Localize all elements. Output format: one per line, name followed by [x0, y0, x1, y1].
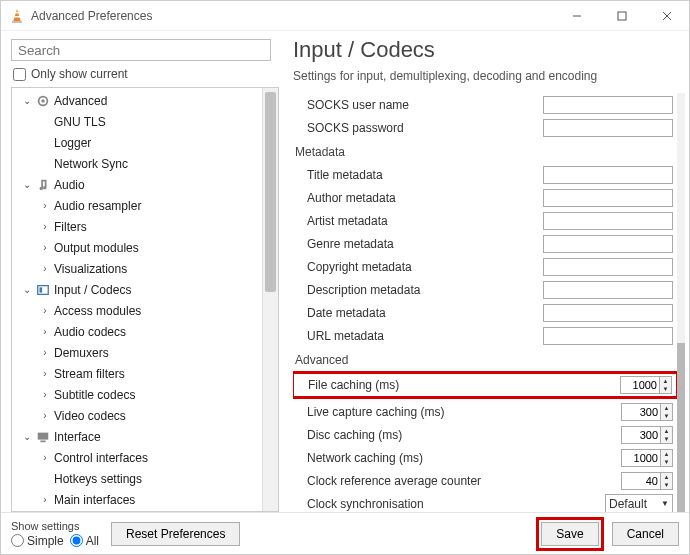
- radio-all[interactable]: All: [70, 534, 99, 548]
- spin-down-icon[interactable]: ▼: [660, 385, 671, 393]
- tree-node-stream-filters[interactable]: ›Stream filters: [12, 363, 262, 384]
- tree-node-audio-resampler[interactable]: ›Audio resampler: [12, 195, 262, 216]
- socks-user-input[interactable]: [543, 96, 673, 114]
- svg-rect-13: [40, 440, 45, 442]
- tree-node-subtitle-codecs[interactable]: ›Subtitle codecs: [12, 384, 262, 405]
- network-caching-spinner[interactable]: ▲▼: [621, 449, 673, 467]
- tree-node-network-sync[interactable]: Network Sync: [12, 153, 262, 174]
- codec-icon: [34, 283, 52, 297]
- tree-node-input-codecs[interactable]: ⌄Input / Codecs: [12, 279, 262, 300]
- label-description-meta: Description metadata: [293, 283, 493, 297]
- gear-icon: [34, 94, 52, 108]
- label-network-caching: Network caching (ms): [293, 451, 493, 465]
- chevron-right-icon[interactable]: ›: [38, 305, 52, 316]
- label-clock-sync: Clock synchronisation: [293, 497, 493, 511]
- copyright-meta-input[interactable]: [543, 258, 673, 276]
- chevron-down-icon[interactable]: ⌄: [20, 431, 34, 442]
- label-socks-pass: SOCKS password: [293, 121, 493, 135]
- minimize-button[interactable]: [554, 1, 599, 31]
- search-input[interactable]: [11, 39, 271, 61]
- tree-node-output-modules[interactable]: ›Output modules: [12, 237, 262, 258]
- tree-scroll-thumb[interactable]: [265, 92, 276, 292]
- file-caching-spinner[interactable]: ▲▼: [620, 376, 672, 394]
- svg-rect-2: [15, 12, 20, 14]
- socks-pass-input[interactable]: [543, 119, 673, 137]
- artist-meta-input[interactable]: [543, 212, 673, 230]
- svg-rect-5: [618, 12, 626, 20]
- chevron-right-icon[interactable]: ›: [38, 452, 52, 463]
- genre-meta-input[interactable]: [543, 235, 673, 253]
- settings-scrollbar[interactable]: [677, 93, 685, 512]
- chevron-right-icon[interactable]: ›: [38, 494, 52, 505]
- tree-node-access-modules[interactable]: ›Access modules: [12, 300, 262, 321]
- date-meta-input[interactable]: [543, 304, 673, 322]
- label-file-caching: File caching (ms): [294, 378, 494, 392]
- label-author-meta: Author metadata: [293, 191, 493, 205]
- tree-node-gnu-tls[interactable]: GNU TLS: [12, 111, 262, 132]
- tree-node-demuxers[interactable]: ›Demuxers: [12, 342, 262, 363]
- footer: Show settings Simple All Reset Preferenc…: [1, 512, 689, 554]
- chevron-right-icon[interactable]: ›: [38, 368, 52, 379]
- chevron-right-icon[interactable]: ›: [38, 200, 52, 211]
- chevron-down-icon[interactable]: ⌄: [20, 284, 34, 295]
- tree-node-logger[interactable]: Logger: [12, 132, 262, 153]
- vlc-cone-icon: [9, 8, 25, 24]
- tree-scrollbar[interactable]: [262, 88, 278, 511]
- file-caching-highlight: File caching (ms)▲▼: [293, 371, 677, 399]
- svg-rect-11: [40, 287, 43, 292]
- save-button[interactable]: Save: [541, 522, 598, 546]
- chevron-right-icon[interactable]: ›: [38, 242, 52, 253]
- tree-node-main-interfaces[interactable]: ›Main interfaces: [12, 489, 262, 510]
- tree-node-visualizations[interactable]: ›Visualizations: [12, 258, 262, 279]
- chevron-right-icon[interactable]: ›: [38, 326, 52, 337]
- tree-node-control-interfaces[interactable]: ›Control interfaces: [12, 447, 262, 468]
- tree-node-audio-codecs[interactable]: ›Audio codecs: [12, 321, 262, 342]
- tree-node-audio[interactable]: ⌄Audio: [12, 174, 262, 195]
- chevron-right-icon[interactable]: ›: [38, 389, 52, 400]
- description-meta-input[interactable]: [543, 281, 673, 299]
- label-genre-meta: Genre metadata: [293, 237, 493, 251]
- radio-simple[interactable]: Simple: [11, 534, 64, 548]
- svg-point-9: [41, 99, 45, 103]
- live-caching-spinner[interactable]: ▲▼: [621, 403, 673, 421]
- right-panel: Input / Codecs Settings for input, demul…: [279, 31, 689, 512]
- clock-ref-spinner[interactable]: ▲▼: [621, 472, 673, 490]
- clock-sync-select[interactable]: Default▼: [605, 494, 673, 512]
- author-meta-input[interactable]: [543, 189, 673, 207]
- chevron-down-icon: ▼: [661, 499, 669, 508]
- only-show-current-checkbox[interactable]: Only show current: [13, 67, 279, 81]
- reset-preferences-button[interactable]: Reset Preferences: [111, 522, 240, 546]
- chevron-right-icon[interactable]: ›: [38, 263, 52, 274]
- tree-node-interface[interactable]: ⌄Interface: [12, 426, 262, 447]
- chevron-right-icon[interactable]: ›: [38, 410, 52, 421]
- disc-caching-spinner[interactable]: ▲▼: [621, 426, 673, 444]
- svg-rect-3: [14, 16, 20, 18]
- music-note-icon: [34, 178, 52, 192]
- label-clock-ref: Clock reference average counter: [293, 474, 493, 488]
- cancel-button[interactable]: Cancel: [612, 522, 679, 546]
- title-meta-input[interactable]: [543, 166, 673, 184]
- chevron-down-icon[interactable]: ⌄: [20, 95, 34, 106]
- titlebar: Advanced Preferences: [1, 1, 689, 31]
- spin-up-icon[interactable]: ▲: [660, 377, 671, 385]
- label-date-meta: Date metadata: [293, 306, 493, 320]
- tree-node-audio-filters[interactable]: ›Filters: [12, 216, 262, 237]
- chevron-right-icon[interactable]: ›: [38, 347, 52, 358]
- chevron-right-icon[interactable]: ›: [38, 221, 52, 232]
- url-meta-input[interactable]: [543, 327, 673, 345]
- settings-scroll-thumb[interactable]: [677, 343, 685, 512]
- svg-rect-12: [38, 432, 49, 439]
- label-url-meta: URL metadata: [293, 329, 493, 343]
- interface-icon: [34, 430, 52, 444]
- preferences-tree[interactable]: ⌄Advanced GNU TLS Logger Network Sync ⌄A…: [12, 88, 262, 511]
- window-title: Advanced Preferences: [31, 9, 554, 23]
- section-metadata: Metadata: [293, 139, 677, 163]
- chevron-down-icon[interactable]: ⌄: [20, 179, 34, 190]
- tree-node-advanced[interactable]: ⌄Advanced: [12, 90, 262, 111]
- page-title: Input / Codecs: [293, 37, 685, 63]
- tree-node-hotkeys-settings[interactable]: Hotkeys settings: [12, 468, 262, 489]
- close-button[interactable]: [644, 1, 689, 31]
- maximize-button[interactable]: [599, 1, 644, 31]
- tree-node-video-codecs[interactable]: ›Video codecs: [12, 405, 262, 426]
- label-artist-meta: Artist metadata: [293, 214, 493, 228]
